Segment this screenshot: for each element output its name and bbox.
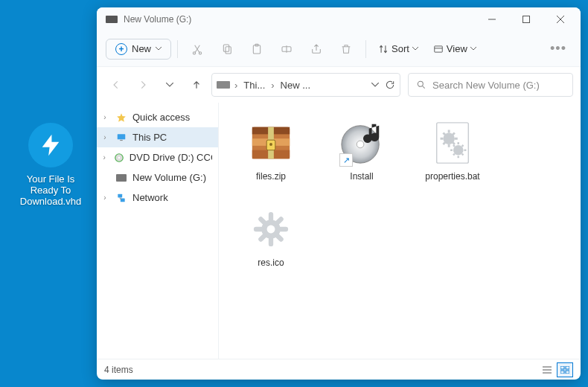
address-bar-row: › Thi... › New ... Search New Volume (G:… — [97, 67, 581, 103]
svg-rect-17 — [120, 139, 123, 140]
file-list[interactable]: files.zip ↗ Install — [219, 103, 581, 359]
separator — [177, 40, 178, 58]
svg-point-14 — [418, 81, 423, 86]
zip-archive-icon — [244, 118, 298, 168]
star-icon — [115, 112, 128, 123]
rename-button[interactable] — [273, 36, 300, 63]
svg-rect-40 — [560, 366, 564, 369]
separator — [365, 40, 366, 58]
breadcrumb-item[interactable]: New ... — [279, 78, 312, 92]
sort-button[interactable]: Sort — [372, 39, 424, 58]
svg-point-19 — [118, 156, 120, 158]
daemon-tools-icon — [28, 123, 73, 167]
chevron-right-icon: › — [100, 133, 110, 141]
breadcrumb-item[interactable]: Thi... — [242, 78, 266, 92]
forward-button[interactable] — [131, 73, 155, 97]
chevron-right-icon: › — [100, 153, 109, 161]
status-bar: 4 items — [97, 359, 581, 380]
chevron-right-icon: › — [100, 194, 110, 202]
sort-label: Sort — [392, 43, 409, 54]
svg-rect-41 — [566, 366, 569, 369]
chevron-down-icon[interactable] — [371, 83, 379, 87]
window-title: New Volume (G:) — [124, 14, 475, 25]
sidebar-item-quick-access[interactable]: › Quick access — [97, 107, 218, 127]
desktop-shortcut-label: Your File Is Ready To Download.vhd — [13, 173, 88, 207]
sidebar-item-label: This PC — [132, 132, 167, 143]
cut-button[interactable] — [184, 36, 211, 63]
copy-button[interactable] — [214, 36, 240, 63]
breadcrumb-separator: › — [271, 80, 274, 91]
svg-rect-21 — [118, 194, 122, 197]
sidebar-item-this-pc[interactable]: › This PC — [97, 127, 218, 147]
svg-rect-20 — [116, 174, 127, 182]
file-item-zip[interactable]: files.zip — [228, 112, 314, 194]
file-label: res.ico — [258, 258, 284, 268]
shortcut-arrow-icon: ↗ — [339, 153, 353, 167]
svg-rect-6 — [223, 45, 229, 51]
content-area: › Quick access › This PC › DVD Drive (D:… — [97, 103, 581, 359]
disc-music-icon: ↗ — [335, 118, 389, 168]
item-count-label: 4 items — [104, 365, 133, 375]
chevron-down-icon — [156, 47, 162, 51]
recent-locations-button[interactable] — [158, 73, 182, 97]
sidebar-item-label: New Volume (G:) — [132, 172, 206, 183]
search-placeholder: Search New Volume (G:) — [432, 80, 540, 91]
drive-icon — [217, 81, 230, 89]
sort-icon — [378, 44, 389, 54]
search-icon — [416, 80, 426, 90]
view-label: View — [447, 43, 467, 54]
drive-icon — [106, 16, 118, 23]
svg-rect-16 — [118, 134, 126, 139]
new-button-label: New — [132, 43, 151, 54]
sidebar-item-label: Quick access — [132, 112, 190, 123]
svg-point-5 — [199, 51, 201, 54]
disc-icon — [113, 153, 125, 163]
chevron-down-icon — [470, 47, 476, 51]
gear-icon — [244, 204, 298, 255]
svg-line-15 — [423, 86, 425, 89]
svg-point-4 — [193, 51, 195, 54]
file-label: properties.bat — [425, 171, 479, 182]
new-button[interactable]: + New — [106, 39, 171, 60]
file-item-ico[interactable]: res.ico — [228, 198, 314, 280]
delete-button[interactable] — [333, 36, 359, 63]
toolbar: + New Sort View — [97, 31, 581, 67]
paste-button[interactable] — [243, 36, 270, 63]
file-label: files.zip — [256, 171, 286, 182]
maximize-button[interactable] — [509, 7, 543, 31]
svg-rect-43 — [566, 371, 569, 374]
file-label: Install — [350, 171, 373, 182]
file-item-bat[interactable]: properties.bat — [409, 112, 496, 194]
desktop-shortcut[interactable]: Your File Is Ready To Download.vhd — [13, 123, 88, 207]
svg-point-31 — [357, 141, 364, 148]
navigation-pane: › Quick access › This PC › DVD Drive (D:… — [97, 103, 219, 359]
view-icon — [433, 44, 444, 54]
monitor-icon — [115, 132, 128, 143]
view-mode-toggle — [539, 362, 573, 377]
details-view-button[interactable] — [539, 362, 555, 377]
sidebar-item-dvd-drive[interactable]: › DVD Drive (D:) CCCC — [97, 147, 218, 167]
breadcrumb-separator: › — [234, 80, 237, 91]
svg-point-29 — [269, 143, 272, 146]
refresh-button[interactable] — [385, 80, 395, 90]
svg-rect-12 — [435, 45, 443, 51]
titlebar[interactable]: New Volume (G:) — [97, 7, 581, 31]
up-button[interactable] — [185, 73, 208, 97]
file-explorer-window: New Volume (G:) + New — [97, 7, 581, 380]
address-bar[interactable]: › Thi... › New ... — [211, 73, 400, 97]
file-item-install[interactable]: ↗ Install — [319, 112, 405, 194]
share-button[interactable] — [303, 36, 330, 63]
sidebar-item-network[interactable]: › Network — [97, 188, 218, 208]
view-button[interactable]: View — [427, 39, 482, 58]
more-button[interactable]: ••• — [545, 36, 572, 63]
large-icons-view-button[interactable] — [557, 362, 573, 377]
minimize-button[interactable] — [475, 7, 509, 31]
svg-point-36 — [267, 226, 275, 234]
close-button[interactable] — [543, 7, 578, 31]
network-icon — [115, 193, 128, 203]
chevron-down-icon — [412, 47, 418, 51]
sidebar-item-new-volume[interactable]: New Volume (G:) — [97, 167, 218, 188]
back-button[interactable] — [104, 73, 128, 97]
svg-point-34 — [453, 145, 464, 156]
search-box[interactable]: Search New Volume (G:) — [408, 73, 573, 97]
